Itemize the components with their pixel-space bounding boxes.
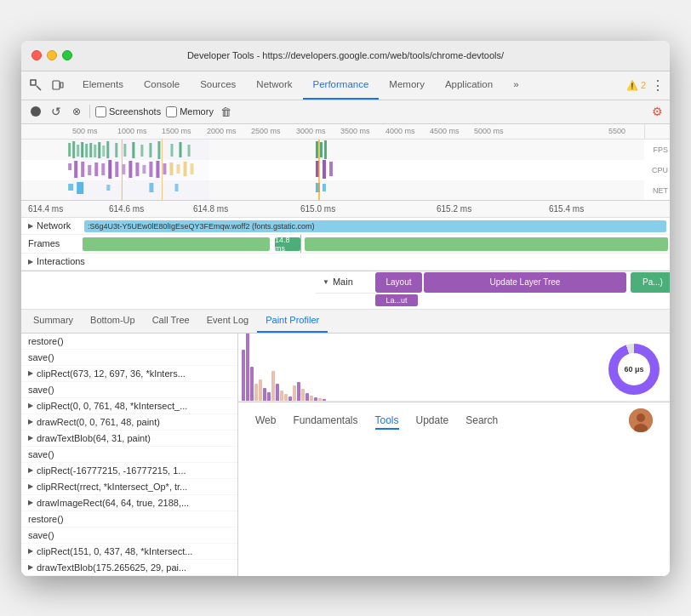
tab-network[interactable]: Network [246, 71, 302, 100]
cmd-drawtextblob-1[interactable]: ▶drawTextBlob(64, 31, paint) [21, 431, 237, 447]
cmd-restore-2[interactable]: restore() [21, 511, 237, 528]
browser-nav-fundamentals[interactable]: Fundamentals [293, 411, 357, 430]
tab-paint-profiler[interactable]: Paint Profiler [257, 310, 328, 333]
update-layer-tree-bar[interactable]: Update Layer Tree [424, 272, 626, 293]
cmd-drawrect[interactable]: ▶drawRect(0, 0, 761, 48, paint) [21, 414, 237, 431]
separator-1 [89, 105, 90, 118]
tab-memory[interactable]: Memory [379, 71, 435, 100]
tab-bottom-up[interactable]: Bottom-Up [82, 310, 144, 333]
tri-3: ▶ [28, 418, 33, 425]
histogram-bar-8 [276, 384, 279, 401]
minimize-button[interactable] [47, 50, 57, 60]
devtools-tabs: Elements Console Sources Network Perform… [72, 71, 626, 100]
interactions-content [81, 254, 670, 270]
main-triangle[interactable]: ▼ [323, 278, 329, 286]
tab-summary[interactable]: Summary [25, 310, 82, 333]
device-icon[interactable] [49, 76, 67, 94]
settings-icon[interactable]: ⚙ [652, 105, 663, 118]
screenshots-checkbox[interactable]: Screenshots [95, 106, 161, 117]
cmd-cliprect-2[interactable]: ▶clipRect(0, 0, 761, 48, *kIntersect_... [21, 398, 237, 414]
tab-call-tree[interactable]: Call Tree [144, 310, 198, 333]
perf-rows: ▶ Network :S6g4U3t-Y5UEw0lE80lIgEseQY3FE… [21, 218, 670, 271]
fps-label: FPS [644, 145, 668, 154]
cmd-cliprect-4[interactable]: ▶clipRect(151, 0, 437, 48, *kIntersect..… [21, 544, 237, 560]
tab-elements[interactable]: Elements [72, 71, 134, 100]
tri-7: ▶ [28, 499, 33, 506]
clear-button[interactable]: ⊗ [69, 104, 84, 119]
cmd-drawimagerect[interactable]: ▶drawImageRect(64, 64, true, 2188,... [21, 495, 237, 511]
layout-subrow: La...ut [316, 294, 375, 309]
layout-bar[interactable]: Layout [375, 272, 422, 293]
cmd-cliprrect[interactable]: ▶clipRRect(rrect, *kIntersect_Op*, tr... [21, 479, 237, 495]
layout-sub-bar[interactable]: La...ut [375, 294, 418, 306]
toolbar: ↺ ⊗ Screenshots Memory 🗑 ⚙ [21, 100, 670, 124]
ruler-tick-4000: 4000 ms [385, 127, 415, 135]
interactions-label: Interactions [37, 256, 85, 266]
main-row: ▼ Main Layout Update Layer Tree Pa...) P… [316, 271, 375, 294]
svg-rect-62 [72, 140, 208, 201]
browser-nav-search[interactable]: Search [465, 411, 498, 430]
cmd-save-4[interactable]: save() [21, 528, 237, 544]
tri-2: ▶ [28, 402, 33, 409]
reload-button[interactable]: ↺ [49, 104, 64, 119]
delete-button[interactable]: 🗑 [219, 104, 234, 119]
frames-bar-right [305, 237, 668, 251]
svg-rect-27 [324, 140, 327, 159]
time-615-4: 615.4 ms [549, 204, 584, 214]
ruler-tick-2000: 2000 ms [207, 127, 237, 135]
browser-nav-web[interactable]: Web [255, 411, 276, 430]
memory-checkbox[interactable]: Memory [166, 106, 214, 117]
histogram-bar-6 [267, 392, 271, 401]
cmd-cliprect-3[interactable]: ▶clipRect(-16777215, -16777215, 1... [21, 463, 237, 479]
close-button[interactable] [31, 50, 42, 60]
svg-rect-2 [53, 81, 60, 89]
paint-list[interactable]: restore() save() ▶clipRect(673, 12, 697,… [21, 334, 238, 576]
histogram-bar-0 [242, 350, 245, 401]
traffic-lights [31, 50, 72, 60]
memory-check[interactable] [166, 106, 177, 117]
more-menu-icon[interactable]: ⋮ [651, 77, 665, 94]
network-content: :S6g4U3t-Y5UEw0lE80lIgEseQY3FEmqw.woff2 … [81, 218, 670, 234]
inspect-icon[interactable] [26, 76, 45, 94]
cmd-save-3[interactable]: save() [21, 447, 237, 463]
svg-point-64 [637, 414, 645, 422]
browser-nav-update[interactable]: Update [416, 411, 449, 430]
tab-application[interactable]: Application [435, 71, 503, 100]
histogram-bar-18 [318, 398, 322, 401]
histogram-bar-3 [254, 384, 258, 401]
network-row: ▶ Network :S6g4U3t-Y5UEw0lE80lIgEseQY3FE… [21, 218, 670, 235]
svg-rect-50 [329, 162, 333, 176]
cmd-save-2[interactable]: save() [21, 382, 237, 398]
tab-more[interactable]: » [503, 71, 528, 100]
interactions-triangle[interactable]: ▶ [28, 258, 33, 265]
screenshots-check[interactable] [95, 106, 106, 117]
devtools-nav: Elements Console Sources Network Perform… [21, 71, 670, 100]
warning-badge[interactable]: ⚠️ 2 [626, 80, 646, 91]
cmd-drawtextblob-2[interactable]: ▶drawTextBlob(175.265625, 29, pai... [21, 560, 237, 576]
tab-event-log[interactable]: Event Log [198, 310, 258, 333]
main-section: ▼ Main Layout Update Layer Tree Pa...) P… [21, 271, 670, 310]
browser-nav-tools[interactable]: Tools [375, 411, 399, 430]
paint-1-bar[interactable]: Pa...) [631, 272, 670, 293]
tri-1: ▶ [28, 369, 33, 377]
ruler-tick-4500: 4500 ms [430, 127, 460, 135]
histogram-bar-15 [306, 393, 309, 401]
time-615-0: 615.0 ms [300, 204, 335, 214]
histogram-bar-17 [314, 397, 317, 401]
record-button[interactable] [28, 104, 43, 119]
cmd-save-1[interactable]: save() [21, 350, 237, 366]
svg-rect-26 [320, 142, 323, 157]
tab-performance[interactable]: Performance [303, 71, 380, 100]
cpu-label: CPU [644, 166, 668, 174]
tab-console[interactable]: Console [134, 71, 190, 100]
cmd-cliprect-1[interactable]: ▶clipRect(673, 12, 697, 36, *kInters... [21, 366, 237, 382]
time-614-8: 614.8 ms [193, 204, 228, 214]
maximize-button[interactable] [62, 50, 72, 60]
tab-sources[interactable]: Sources [190, 71, 246, 100]
user-avatar[interactable] [629, 408, 653, 432]
network-triangle[interactable]: ▶ [28, 222, 33, 230]
histogram-chart: 60 μs [238, 334, 670, 402]
cmd-restore-1[interactable]: restore() [21, 334, 237, 350]
frames-content: 14.8 ms [81, 235, 670, 253]
histogram-bar-5 [263, 388, 266, 401]
